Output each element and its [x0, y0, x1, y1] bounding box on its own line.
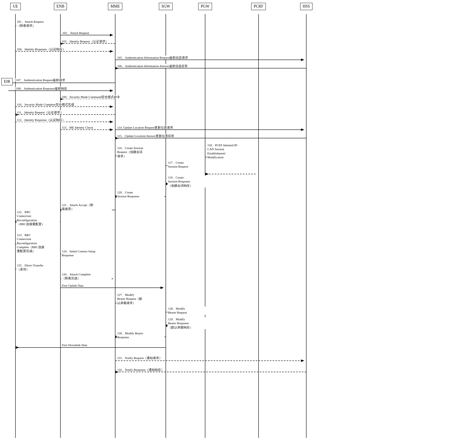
msg-103: 103、Identity Request（认证请求）	[61, 39, 109, 43]
msg-114: 114. Update Location Request更新位置请求	[117, 125, 174, 129]
msg-128: 128、ModifyBearer Request	[167, 307, 210, 315]
msg-131: 131、Notify Request（通知请求）	[117, 356, 163, 360]
msg-113: 113、ME Identity Check	[61, 125, 94, 129]
entity-PGW: PGW	[198, 3, 212, 10]
msg-127: 127、ModifyBearer Request（默认承载请求）	[117, 293, 164, 305]
msg-110: 110、Security Mode Complete安全模式完成	[16, 102, 75, 106]
msg-129: 129、ModifyBearer Response（默认承载响应）	[167, 317, 210, 329]
msg-first-uplink: First Uplink Data	[61, 284, 84, 287]
msg-122: 122、RRCConnectionReconfiguration（RRC连接重配…	[16, 210, 60, 226]
entity-HSS: HSS	[300, 3, 312, 10]
msg-first-downlink: First Downlink Data	[61, 343, 88, 347]
msg-126: 126、Attach Complete（附着完成）	[61, 272, 112, 280]
entity-ENB: ENB	[54, 3, 67, 10]
msg-132: 132、Notify Response（通知响应）	[117, 368, 165, 372]
entity-MME: MME	[108, 3, 122, 10]
msg-105: 105、Authentication Information Request鉴权…	[117, 56, 189, 60]
msg-121: 121、Attach Accept（附着接受）	[61, 203, 112, 211]
msg-125: 125、Direct Transfer（直传）	[16, 263, 60, 271]
msg-107: 107、Authentication Request鉴权请求	[15, 78, 66, 82]
msg-115: 115、Update Location Answer更新位置应答	[117, 134, 175, 138]
msg-104: 104、Identity Response（认证响应）	[16, 47, 66, 51]
arrows-svg	[0, 0, 476, 448]
sequence-diagram: UE ENB MME SGW PGW PCRF HSS EIR 101、Atta…	[0, 0, 476, 448]
msg-119: 119、CreateSession Response（创建会话响应）	[167, 175, 210, 188]
msg-102: 102、Attach Request	[62, 31, 90, 35]
msg-108: 108、Authentication Response鉴权响应	[15, 86, 68, 90]
msg-117: 117、CreateSession Request	[167, 161, 204, 169]
msg-130: 130、Modify BearerResponse	[117, 331, 164, 339]
entity-EIR: EIR	[1, 78, 13, 85]
entity-PCRF: PCRF	[251, 3, 266, 10]
msg-120: 120、CreateSession Response	[117, 190, 164, 198]
msg-111: 111、Identity Request（认证请求）	[16, 110, 64, 114]
entity-SGW: SGW	[159, 3, 173, 10]
msg-118: 118、PCEF Initiated IP-CAN SessionEstabli…	[207, 143, 257, 159]
msg-106: 106、Authentication Information Answer鉴权信…	[117, 64, 188, 68]
msg-109: 109、Security Mode Command安全模式命令	[61, 95, 121, 99]
msg-112: 112、Identity Response（认证响应）	[16, 118, 66, 122]
msg-124: 124、Initial Context SetupResponse	[61, 249, 113, 257]
msg-116: 116、Create SessionRequest（创建会话请求）	[117, 146, 164, 158]
msg-123: 123、RRCConnectionReconfigurationComplete…	[16, 233, 60, 253]
msg-101: 101、Attach Request（附着请求）	[16, 20, 58, 28]
entity-UE: UE	[10, 3, 21, 10]
